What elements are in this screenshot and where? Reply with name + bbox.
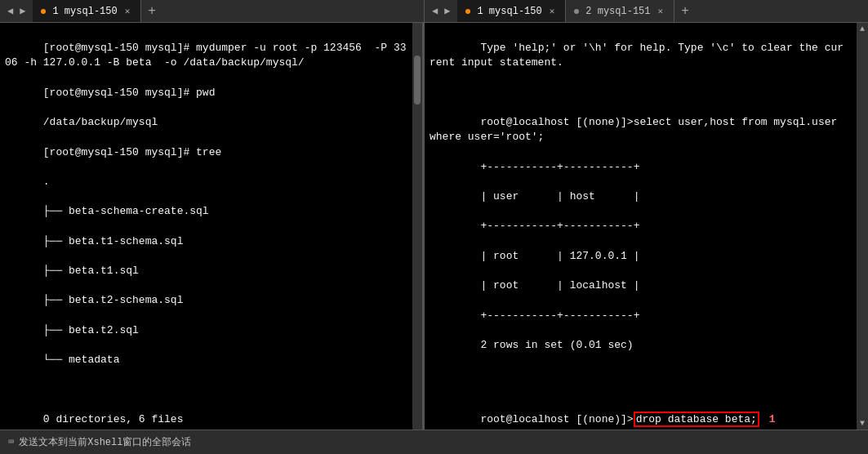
tab-right-2[interactable]: 2 mysql-151 ✕ — [566, 0, 674, 22]
left-line-5: . — [43, 176, 50, 188]
right-line-1: Type 'help;' or '\h' for help. Type '\c'… — [430, 42, 844, 69]
bottom-bar: ⌨ 发送文本到当前Xshell窗口的全部会话 — [0, 430, 868, 454]
left-tab-nav: ◀ ▶ — [0, 0, 33, 22]
right-panel: Type 'help;' or '\h' for help. Type '\c'… — [425, 23, 868, 430]
left-line-7: ├── beta.t1-schema.sql — [43, 235, 184, 247]
tab-right-1[interactable]: 1 mysql-150 ✕ — [457, 0, 566, 22]
left-line-10: ├── beta.t2.sql — [43, 324, 139, 336]
left-line-12: 0 directories, 6 files — [43, 413, 184, 425]
tab-left-1-close[interactable]: ✕ — [122, 5, 133, 17]
tab-right-2-dot — [574, 9, 579, 14]
left-scrollbar-thumb[interactable] — [414, 56, 421, 105]
tab-right-1-dot — [465, 9, 470, 14]
right-drop-prompt: root@localhost [(none)]> — [480, 413, 633, 425]
right-line-9: 2 rows in set (0.01 sec) — [480, 339, 633, 351]
right-line-7: | root | localhost | — [480, 279, 639, 292]
main-area: [root@mysql-150 mysql]# mydumper -u root… — [0, 23, 868, 430]
right-scroll-down[interactable]: ▼ — [858, 417, 866, 430]
left-line-2: [root@mysql-150 mysql]# pwd — [43, 87, 216, 99]
right-line-4: | user | host | — [480, 190, 639, 203]
bottom-bar-label: 发送文本到当前Xshell窗口的全部会话 — [19, 435, 191, 449]
tab-bar: ◀ ▶ 1 mysql-150 ✕ + ◀ ▶ 1 mysql-150 ✕ 2 … — [0, 0, 868, 23]
right-line-2: root@localhost [(none)]>select user,host… — [430, 116, 844, 143]
right-line-6: | root | 127.0.0.1 | — [480, 250, 639, 262]
tab-right-1-label: 1 mysql-150 — [477, 6, 541, 17]
tab-dot — [41, 9, 46, 14]
bottom-bar-icon: ⌨ — [8, 436, 14, 448]
right-tab-prev[interactable]: ◀ — [430, 3, 440, 19]
left-terminal[interactable]: [root@mysql-150 mysql]# mydumper -u root… — [0, 23, 422, 430]
tab-right-2-close[interactable]: ✕ — [656, 5, 666, 17]
left-tab-next[interactable]: ▶ — [17, 3, 28, 19]
left-line-11: └── metadata — [43, 354, 120, 366]
right-drop-badge: 1 — [763, 412, 776, 427]
left-line-8: ├── beta.t1.sql — [43, 265, 139, 277]
left-line-6: ├── beta-schema-create.sql — [43, 205, 209, 217]
left-panel: [root@mysql-150 mysql]# mydumper -u root… — [0, 23, 425, 430]
left-line-9: ├── beta.t2-schema.sql — [43, 294, 184, 306]
tab-left-1[interactable]: 1 mysql-150 ✕ — [33, 0, 141, 22]
tab-left-add[interactable]: + — [141, 0, 162, 22]
right-terminal[interactable]: Type 'help;' or '\h' for help. Type '\c'… — [425, 23, 857, 430]
right-line-8: +-----------+-----------+ — [480, 309, 639, 322]
left-line-4: [root@mysql-150 mysql]# tree — [43, 146, 221, 158]
tab-right-2-label: 2 mysql-151 — [585, 6, 650, 17]
right-line-5: +-----------+-----------+ — [480, 220, 639, 232]
right-scroll-up[interactable]: ▲ — [858, 23, 866, 35]
left-tab-prev[interactable]: ◀ — [5, 3, 16, 19]
tab-left-1-label: 1 mysql-150 — [52, 6, 117, 17]
left-scrollbar[interactable] — [412, 23, 422, 430]
tab-bar-left: ◀ ▶ 1 mysql-150 ✕ + — [0, 0, 425, 22]
tab-right-add[interactable]: + — [674, 0, 696, 22]
right-tab-next[interactable]: ▶ — [442, 3, 452, 19]
left-line-3: /data/backup/mysql — [43, 116, 158, 128]
left-line-1: [root@mysql-150 mysql]# mydumper -u root… — [5, 42, 407, 69]
tab-bar-right: ◀ ▶ 1 mysql-150 ✕ 2 mysql-151 ✕ + — [425, 0, 868, 22]
right-line-3: +-----------+-----------+ — [480, 161, 639, 173]
right-drop-cmd: drop database beta; — [634, 412, 759, 427]
right-tab-nav: ◀ ▶ — [425, 0, 457, 22]
right-scrollbar[interactable]: ▲ ▼ — [857, 23, 868, 430]
tab-right-1-close[interactable]: ✕ — [547, 5, 558, 17]
